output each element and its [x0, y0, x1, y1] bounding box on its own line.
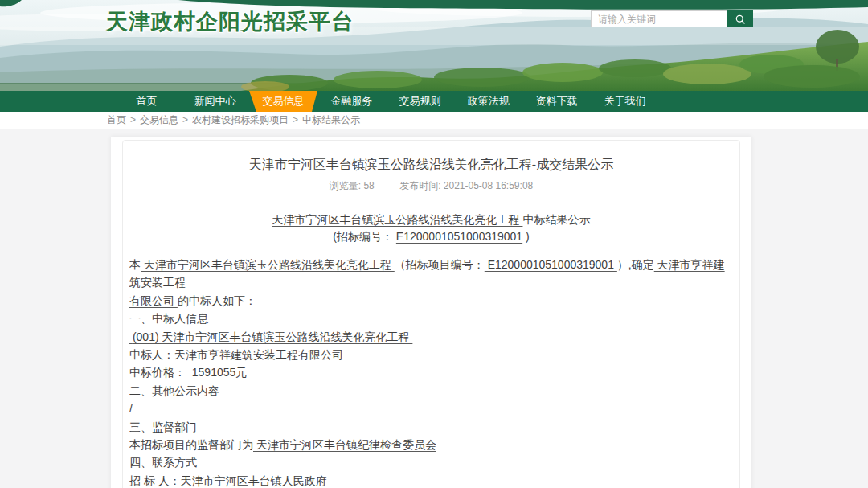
- subtitle-line: (招标编号： E1200001051000319001 ): [129, 228, 733, 245]
- article-inner-box: 天津市宁河区丰台镇滨玉公路线沿线美化亮化工程-成交结果公示 浏览量: 58 发布…: [122, 140, 740, 488]
- breadcrumb-separator: >: [130, 114, 136, 125]
- article-line: 二、其他公示内容: [129, 382, 733, 400]
- breadcrumb: 首页>交易信息>农村建设招标采购项目>中标结果公示: [0, 112, 868, 129]
- article-line: 有限公司 的中标人如下：: [129, 292, 733, 310]
- text: 招 标 人：天津市宁河区丰台镇人民政府: [129, 474, 327, 487]
- article-line: 中标价格： 1591055元: [129, 363, 733, 381]
- nav-item-link[interactable]: 关于我们: [591, 91, 659, 112]
- article-panel: 天津市宁河区丰台镇滨玉公路线沿线美化亮化工程-成交结果公示 浏览量: 58 发布…: [111, 137, 751, 488]
- nav-item-link[interactable]: 资料下载: [522, 91, 591, 112]
- underlined-text: 天津市宁河区丰台镇滨玉公路线沿线美化亮化工程: [272, 213, 523, 226]
- article-line: 中标人：天津市亨祥建筑安装工程有限公司: [129, 346, 733, 363]
- breadcrumb-item[interactable]: 中标结果公示: [302, 114, 360, 125]
- site-header: 天津政村企阳光招采平台: [0, 0, 868, 91]
- article-body: 本 天津市宁河区丰台镇滨玉公路线沿线美化亮化工程 （招标项目编号： E12000…: [129, 256, 733, 488]
- text: 四、联系方式: [129, 456, 197, 469]
- text: 中标价格： 1591055元: [129, 366, 247, 379]
- publish-time: 发布时间: 2021-05-08 16:59:08: [399, 180, 533, 191]
- nav-item-link[interactable]: 交易规则: [386, 91, 454, 112]
- text: ): [522, 230, 530, 243]
- search-button[interactable]: [727, 10, 753, 27]
- underlined-text: 天津市宁河区丰台镇滨玉公路线沿线美化亮化工程: [141, 258, 395, 271]
- article-subtitle: 天津市宁河区丰台镇滨玉公路线沿线美化亮化工程 中标结果公示(招标编号： E120…: [129, 211, 733, 245]
- text: (招标编号：: [333, 230, 396, 243]
- text: ）,确定: [617, 258, 654, 271]
- underlined-text: (001) 天津市宁河区丰台镇滨玉公路线沿线美化亮化工程: [129, 330, 412, 343]
- text: 本: [129, 258, 141, 271]
- breadcrumb-item[interactable]: 农村建设招标采购项目: [192, 114, 289, 125]
- article-line: 招 标 人：天津市宁河区丰台镇人民政府: [129, 472, 733, 488]
- text: 三、监督部门: [129, 420, 197, 433]
- nav-item-link[interactable]: 首页: [113, 91, 181, 112]
- article-line: 三、监督部门: [129, 418, 733, 436]
- article-line: (001) 天津市宁河区丰台镇滨玉公路线沿线美化亮化工程: [129, 328, 733, 346]
- text: 中标人：天津市亨祥建筑安装工程有限公司: [129, 348, 343, 361]
- breadcrumb-item[interactable]: 首页: [107, 114, 126, 125]
- breadcrumb-item[interactable]: 交易信息: [140, 114, 178, 125]
- underlined-text: 天津市宁河区丰台镇纪律检查委员会: [253, 438, 436, 451]
- nav-item-link[interactable]: 新闻中心: [181, 91, 249, 112]
- underlined-text: E1200001051000319001: [485, 258, 617, 271]
- text: （招标项目编号：: [395, 258, 485, 271]
- search-icon: [735, 14, 746, 25]
- article-line: 四、联系方式: [129, 453, 733, 471]
- nav-item-link[interactable]: 政策法规: [454, 91, 522, 112]
- underlined-text: 有限公司: [129, 294, 178, 307]
- text: 中标结果公示: [522, 213, 590, 226]
- article-line: /: [129, 400, 733, 417]
- nav-item-link[interactable]: 金融服务: [317, 91, 386, 112]
- breadcrumb-separator: >: [182, 114, 188, 125]
- site-title: 天津政村企阳光招采平台: [106, 7, 354, 36]
- search-input[interactable]: [591, 10, 727, 27]
- search-bar: [591, 10, 753, 27]
- text: 本招标项目的监督部门为: [129, 438, 253, 451]
- article-line: 一、中标人信息: [129, 310, 733, 327]
- nav-item-active[interactable]: 交易信息: [249, 91, 317, 112]
- article-line: 本 天津市宁河区丰台镇滨玉公路线沿线美化亮化工程 （招标项目编号： E12000…: [129, 256, 733, 292]
- article-line: 本招标项目的监督部门为 天津市宁河区丰台镇纪律检查委员会: [129, 436, 733, 453]
- text: 一、中标人信息: [129, 312, 208, 325]
- underlined-text: E1200001051000319001: [396, 230, 522, 243]
- article-title: 天津市宁河区丰台镇滨玉公路线沿线美化亮化工程-成交结果公示: [129, 156, 733, 174]
- text: 的中标人如下：: [178, 294, 256, 307]
- article-meta: 浏览量: 58 发布时间: 2021-05-08 16:59:08: [129, 179, 733, 192]
- subtitle-line: 天津市宁河区丰台镇滨玉公路线沿线美化亮化工程 中标结果公示: [129, 211, 733, 228]
- text: /: [129, 402, 133, 415]
- views-count: 浏览量: 58: [330, 180, 375, 191]
- content-background: 天津市宁河区丰台镇滨玉公路线沿线美化亮化工程-成交结果公示 浏览量: 58 发布…: [0, 129, 868, 488]
- breadcrumb-separator: >: [293, 114, 298, 125]
- text: 二、其他公示内容: [129, 384, 219, 397]
- main-nav: 首页新闻中心交易信息金融服务交易规则政策法规资料下载关于我们: [0, 91, 868, 112]
